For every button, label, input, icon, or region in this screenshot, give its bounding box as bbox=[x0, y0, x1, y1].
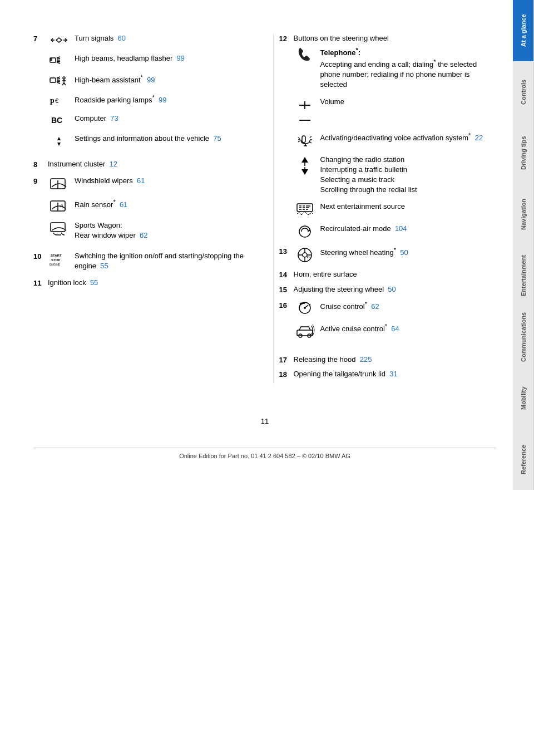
computer-icon: BC bbox=[48, 114, 70, 127]
high-beams-icon bbox=[48, 53, 70, 67]
item-number-13: 13 bbox=[279, 247, 290, 256]
radio-arrows-icon bbox=[294, 155, 316, 177]
turn-signal-icon bbox=[48, 33, 70, 47]
active-cruise-control-icon bbox=[294, 322, 316, 342]
volume-icon bbox=[294, 97, 316, 114]
steering-wheel-heating-icon bbox=[294, 246, 316, 264]
item-number-17: 17 bbox=[279, 356, 290, 364]
item-number-14: 14 bbox=[279, 271, 290, 279]
svg-text:ENGINE: ENGINE bbox=[50, 263, 61, 266]
svg-line-15 bbox=[57, 81, 60, 82]
svg-line-20 bbox=[64, 83, 66, 85]
list-item: Next entertainment source bbox=[294, 202, 497, 217]
svg-rect-31 bbox=[51, 223, 65, 232]
instrument-cluster-label: Instrument cluster 12 bbox=[48, 159, 251, 169]
active-cruise-control-label: Active cruise control* 64 bbox=[320, 322, 399, 335]
sidebar-tab-entertainment[interactable]: Entertainment bbox=[513, 245, 534, 306]
steering-wheel-buttons-label: Buttons on the steering wheel bbox=[294, 33, 497, 43]
item-number-9: 9 bbox=[33, 177, 44, 247]
sidebar-tab-controls[interactable]: Controls bbox=[513, 61, 534, 122]
sidebar-tab-navigation[interactable]: Navigation bbox=[513, 184, 534, 245]
list-item: 13 bbox=[279, 246, 497, 264]
high-beam-assistant-label: High-beam assistant* 99 bbox=[75, 73, 221, 86]
list-item: Active cruise control* 64 bbox=[294, 322, 399, 342]
list-item: High-beam assistant* 99 bbox=[48, 73, 221, 87]
svg-text:BC: BC bbox=[51, 116, 62, 125]
entertainment-source-icon bbox=[294, 202, 316, 217]
list-item: Changing the radio station Interrupting … bbox=[294, 155, 497, 195]
cruise-control-label: Cruise control* 62 bbox=[320, 300, 399, 312]
list-item: Turn signals 60 bbox=[48, 33, 221, 47]
svg-line-73 bbox=[300, 304, 301, 305]
volume-label: Volume bbox=[320, 97, 497, 107]
steering-wheel-adjust-label: Adjusting the steering wheel 50 bbox=[294, 284, 497, 294]
sidebar-tab-mobility[interactable]: Mobility bbox=[513, 367, 534, 429]
item-number-11: 11 bbox=[33, 279, 44, 287]
list-item: Telephone*: Accepting and ending a call;… bbox=[294, 46, 497, 90]
list-item: Windshield wipers 61 bbox=[48, 176, 148, 192]
svg-line-13 bbox=[57, 82, 60, 84]
list-item: A Rain sensor* 61 bbox=[48, 198, 148, 214]
computer-label: Computer 73 bbox=[75, 114, 221, 124]
svg-text:€: € bbox=[55, 97, 58, 104]
item-number-18: 18 bbox=[279, 370, 290, 379]
svg-rect-42 bbox=[302, 136, 305, 143]
svg-line-6 bbox=[57, 61, 60, 62]
svg-line-74 bbox=[309, 304, 310, 305]
releasing-hood-label: Releasing the hood 225 bbox=[294, 355, 497, 365]
svg-line-5 bbox=[57, 58, 60, 59]
recirculated-air-label: Recirculated-air mode 104 bbox=[320, 224, 497, 234]
sidebar-tab-at-a-glance[interactable]: At a glance bbox=[513, 0, 534, 61]
list-item: BC Computer 73 bbox=[48, 114, 221, 127]
sidebar-tab-reference[interactable]: Reference bbox=[513, 429, 534, 490]
sidebar-tab-driving-tips[interactable]: Driving tips bbox=[513, 122, 534, 184]
svg-marker-0 bbox=[56, 38, 62, 42]
high-beams-label: High beams, headlamp flasher 99 bbox=[75, 53, 221, 63]
turn-signals-label: Turn signals 60 bbox=[75, 33, 221, 43]
list-item: 8 Instrument cluster 12 bbox=[33, 159, 251, 169]
list-item bbox=[294, 116, 497, 125]
sidebar: At a glance Controls Driving tips Naviga… bbox=[513, 0, 534, 756]
recirculated-air-icon bbox=[294, 224, 316, 239]
ignition-switch-label: Switching the ignition on/off and starti… bbox=[75, 251, 251, 271]
settings-label: Settings and information about the vehic… bbox=[75, 134, 221, 144]
list-item: High beams, headlamp flasher 99 bbox=[48, 53, 221, 67]
steering-wheel-heating-label: Steering wheel heating* 50 bbox=[320, 246, 497, 258]
footer-text: Online Edition for Part no. 01 41 2 604 … bbox=[33, 448, 496, 459]
rain-sensor-icon: A bbox=[48, 198, 70, 214]
right-column: 12 Buttons on the steering wheel bbox=[273, 33, 497, 384]
list-item: 12 Buttons on the steering wheel bbox=[279, 33, 497, 43]
settings-icon bbox=[48, 134, 70, 149]
item-number-10: 10 bbox=[33, 252, 44, 261]
svg-line-47 bbox=[310, 142, 312, 143]
svg-line-12 bbox=[57, 77, 60, 78]
list-item: Settings and information about the vehic… bbox=[48, 134, 221, 149]
svg-marker-51 bbox=[301, 169, 308, 175]
voice-activation-label: Activating/deactivating voice activation… bbox=[320, 131, 497, 144]
rain-sensor-label: Rain sensor* 61 bbox=[75, 198, 148, 210]
voice-activation-icon bbox=[294, 131, 316, 148]
tailgate-label: Opening the tailgate/trunk lid 31 bbox=[294, 369, 497, 379]
item-number-16: 16 bbox=[279, 301, 290, 349]
rear-wiper-label: Sports Wagon:Rear window wiper 62 bbox=[75, 220, 148, 240]
list-item: 10 START STOP ENGINE Switching the ignit… bbox=[33, 251, 251, 271]
left-column: 7 bbox=[33, 33, 262, 384]
parking-lamps-icon: p € bbox=[48, 94, 70, 107]
svg-line-45 bbox=[310, 136, 312, 138]
svg-text:A: A bbox=[60, 203, 63, 208]
list-item: 11 Ignition lock 55 bbox=[33, 278, 251, 288]
list-item: p € Roadside parking lamps* 99 bbox=[48, 94, 221, 107]
item-number-12: 12 bbox=[279, 35, 290, 43]
sidebar-tab-communications[interactable]: Communications bbox=[513, 306, 534, 367]
svg-point-71 bbox=[304, 307, 306, 309]
item-number-7: 7 bbox=[33, 35, 44, 156]
list-item: Volume bbox=[294, 97, 497, 114]
volume-down-icon bbox=[294, 116, 316, 125]
list-item: Activating/deactivating voice activation… bbox=[294, 131, 497, 148]
start-stop-icon: START STOP ENGINE bbox=[48, 251, 70, 269]
svg-line-14 bbox=[57, 78, 60, 79]
svg-line-4 bbox=[57, 62, 60, 63]
ignition-lock-label: Ignition lock 55 bbox=[48, 278, 251, 288]
telephone-icon bbox=[294, 46, 316, 62]
windshield-wipers-label: Windshield wipers 61 bbox=[75, 176, 148, 186]
